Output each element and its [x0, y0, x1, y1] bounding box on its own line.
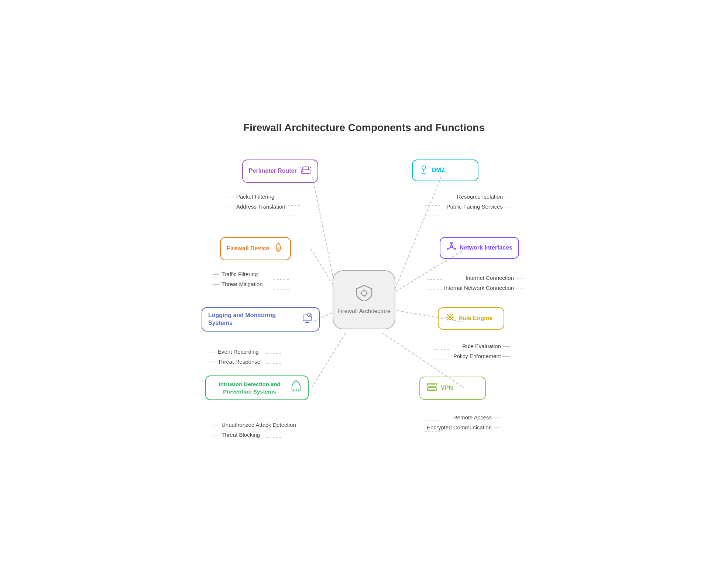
idps-label: Intrusion Detection and Prevention Syste…: [212, 381, 287, 395]
vpn-label: VPN: [441, 384, 453, 392]
sub-item: Public-Facing Services —: [446, 203, 512, 210]
rule-engine-box: Rule Engine: [438, 307, 504, 330]
sub-item: — Packet Filtering: [227, 193, 285, 200]
svg-point-27: [302, 171, 303, 172]
svg-point-35: [450, 242, 452, 244]
perimeter-router-icon: [300, 164, 312, 178]
logging-subs: — Event Recording — Threat Response: [209, 348, 260, 366]
firewall-device-subs: — Traffic Filtering — Threat Mitigation: [213, 270, 263, 288]
network-interfaces-icon: [446, 241, 457, 254]
svg-rect-53: [430, 386, 433, 388]
sub-dash: —: [209, 358, 216, 366]
sub-item: Resource Isolation —: [457, 193, 512, 200]
rule-engine-subs: Rule Evaluation — Policy Enforcement —: [453, 342, 510, 360]
svg-line-28: [301, 167, 301, 168]
sub-item: — Threat Mitigation: [213, 280, 263, 288]
svg-point-24: [361, 291, 367, 296]
logging-icon: [301, 312, 313, 326]
rule-engine-icon: [444, 312, 456, 325]
firewall-device-box: Firewall Device: [220, 237, 291, 260]
rule-engine-label: Rule Engine: [459, 315, 492, 322]
sub-dash: —: [209, 348, 216, 356]
svg-point-31: [450, 246, 453, 248]
sub-dash: —: [213, 280, 219, 288]
dmz-subs: Resource Isolation — Public-Facing Servi…: [446, 193, 512, 210]
dmz-label: DMZ: [432, 167, 445, 174]
sub-dash: —: [227, 193, 234, 200]
svg-point-43: [449, 316, 451, 318]
sub-dash: —: [213, 431, 219, 439]
idps-subs: — Unauthorized Attack Detection — Threat…: [213, 421, 296, 439]
svg-rect-26: [303, 167, 309, 170]
sub-dash: —: [494, 423, 501, 431]
vpn-icon: [426, 381, 438, 395]
sub-item: Rule Evaluation —: [462, 342, 510, 350]
firewall-device-label: Firewall Device: [227, 245, 269, 253]
sub-item: — Threat Response: [209, 358, 260, 366]
sub-dash: —: [503, 352, 510, 360]
svg-point-49: [429, 384, 430, 385]
svg-point-30: [422, 166, 426, 169]
svg-line-1: [390, 176, 442, 302]
svg-line-29: [310, 167, 311, 168]
svg-point-41: [308, 313, 311, 317]
sub-dash: —: [516, 284, 523, 292]
sub-item: Policy Enforcement —: [453, 352, 510, 360]
sub-dash: —: [227, 203, 234, 210]
page-title: Firewall Architecture Components and Fun…: [198, 122, 530, 134]
sub-item: — Event Recording: [209, 348, 260, 356]
sub-item: Encrypted Communication —: [427, 423, 501, 431]
diagram: Firewall Architecture Perimeter Router —…: [198, 148, 530, 451]
sub-item: — Threat Blocking: [213, 431, 296, 439]
sub-item: Internal Network Connection —: [444, 284, 523, 292]
sub-dash: —: [505, 193, 512, 200]
sub-dash: —: [505, 203, 512, 210]
vpn-subs: Remote Access — Encrypted Communication …: [427, 414, 501, 431]
sub-item: — Unauthorized Attack Detection: [213, 421, 296, 429]
vpn-box: VPN: [419, 377, 486, 400]
svg-point-36: [454, 248, 456, 250]
dmz-box: DMZ: [412, 159, 478, 181]
logging-label: Logging and Monitoring Systems: [208, 312, 298, 327]
sub-dash: —: [516, 274, 523, 282]
sub-dash: —: [213, 421, 219, 429]
sub-item: Internet Connection —: [466, 274, 523, 282]
idps-box: Intrusion Detection and Prevention Syste…: [205, 375, 309, 400]
sub-dash: —: [494, 414, 501, 421]
perimeter-router-subs: — Packet Filtering — Address Translation: [227, 193, 285, 210]
network-interfaces-subs: Internet Connection — Internal Network C…: [444, 274, 523, 292]
logging-box: Logging and Monitoring Systems: [202, 307, 320, 332]
network-interfaces-label: Network Interfaces: [460, 244, 512, 252]
svg-line-6: [312, 333, 346, 387]
firewall-architecture-icon: [354, 284, 374, 305]
sub-dash: —: [213, 270, 219, 278]
svg-point-50: [429, 389, 430, 390]
diagram-container: Firewall Architecture Components and Fun…: [198, 122, 530, 451]
firewall-device-icon: [272, 241, 284, 256]
dmz-icon: [419, 164, 429, 177]
svg-point-37: [447, 248, 449, 250]
sub-dash: —: [503, 342, 510, 350]
idps-icon: [290, 380, 302, 396]
network-interfaces-box: Network Interfaces: [440, 237, 519, 259]
center-label: Firewall Architecture: [337, 308, 391, 315]
perimeter-router-label: Perimeter Router: [249, 167, 297, 175]
sub-item: — Address Translation: [227, 203, 285, 210]
sub-item: — Traffic Filtering: [213, 270, 263, 278]
center-node: Firewall Architecture: [333, 270, 395, 329]
sub-item: Remote Access —: [453, 414, 501, 421]
perimeter-router-box: Perimeter Router: [242, 159, 318, 183]
